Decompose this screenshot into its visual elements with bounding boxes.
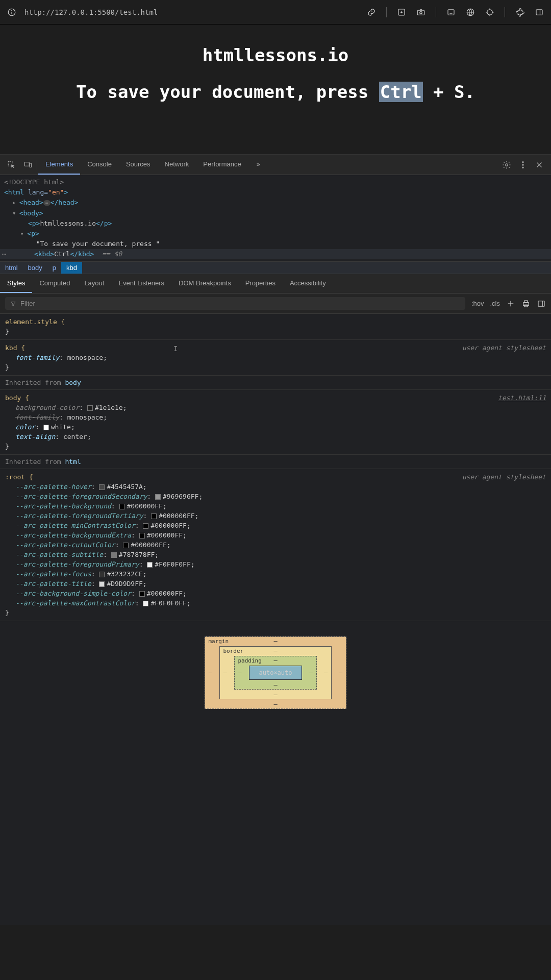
download-icon[interactable] bbox=[397, 8, 406, 17]
css-prop-color[interactable]: color: white; bbox=[5, 422, 546, 432]
plus-icon[interactable] bbox=[506, 299, 515, 308]
camera-icon[interactable] bbox=[416, 8, 425, 17]
styles-tab-layout[interactable]: Layout bbox=[77, 274, 111, 293]
crumb-body[interactable]: body bbox=[23, 262, 47, 274]
svg-point-21 bbox=[522, 167, 523, 168]
css-var-arc-palette-foregroundSecondary[interactable]: --arc-palette-foregroundSecondary: #9696… bbox=[5, 492, 546, 501]
text-cursor-icon: I bbox=[173, 344, 178, 354]
box-margin[interactable]: margin – – – – border – – – – padding – … bbox=[205, 636, 346, 709]
css-rules: element.style { } user agent stylesheet … bbox=[0, 314, 551, 621]
box-border[interactable]: border – – – – padding – – – – auto×auto bbox=[219, 646, 331, 699]
link-icon[interactable] bbox=[367, 8, 376, 17]
css-prop-text-align[interactable]: text-align: center; bbox=[5, 432, 546, 442]
rule-source[interactable]: user agent stylesheet bbox=[462, 472, 546, 482]
cls-button[interactable]: .cls bbox=[490, 300, 500, 307]
css-var-arc-palette-cutoutColor[interactable]: --arc-palette-cutoutColor: #000000FF; bbox=[5, 540, 546, 550]
svg-point-2 bbox=[12, 10, 12, 11]
styles-tab-properties[interactable]: Properties bbox=[238, 274, 283, 293]
svg-point-8 bbox=[487, 9, 493, 15]
globe-icon[interactable] bbox=[466, 8, 475, 17]
rule-element-style[interactable]: element.style { } bbox=[0, 314, 551, 340]
box-padding[interactable]: padding – – – – auto×auto bbox=[234, 656, 316, 690]
svg-rect-17 bbox=[30, 163, 32, 167]
crosshair-icon[interactable] bbox=[485, 8, 494, 17]
styles-tab-styles[interactable]: Styles bbox=[0, 274, 32, 293]
css-var-arc-palette-foregroundPrimary[interactable]: --arc-palette-foregroundPrimary: #F0F0F0… bbox=[5, 559, 546, 569]
css-var-arc-background-simple-color[interactable]: --arc-background-simple-color: #000000FF… bbox=[5, 589, 546, 598]
crumb-kbd[interactable]: kbd bbox=[61, 262, 82, 274]
inherited-link-html[interactable]: html bbox=[65, 458, 81, 465]
css-var-arc-palette-foregroundTertiary[interactable]: --arc-palette-foregroundTertiary: #00000… bbox=[5, 511, 546, 521]
browser-url-bar: http://127.0.0.1:5500/test.html bbox=[0, 0, 551, 24]
panel-toggle-icon[interactable] bbox=[537, 299, 546, 308]
tab-sources[interactable]: Sources bbox=[119, 155, 158, 175]
css-var-arc-palette-subtitle[interactable]: --arc-palette-subtitle: #787878FF; bbox=[5, 550, 546, 559]
crumb-html[interactable]: html bbox=[0, 262, 23, 274]
css-var-arc-palette-title[interactable]: --arc-palette-title: #D9D9D9FF; bbox=[5, 579, 546, 589]
dom-tree[interactable]: <!DOCTYPE html> <html lang="en"> ▸<head>… bbox=[0, 175, 551, 261]
tab-network[interactable]: Network bbox=[158, 155, 196, 175]
svg-rect-16 bbox=[24, 162, 29, 166]
styles-tabs: StylesComputedLayoutEvent ListenersDOM B… bbox=[0, 274, 551, 293]
rendered-page: htmllessons.io To save your document, pr… bbox=[0, 24, 551, 154]
svg-point-19 bbox=[522, 161, 523, 162]
styles-tab-dom-breakpoints[interactable]: DOM Breakpoints bbox=[171, 274, 238, 293]
kebab-icon[interactable] bbox=[518, 160, 528, 169]
styles-tab-event-listeners[interactable]: Event Listeners bbox=[111, 274, 171, 293]
extensions-icon[interactable] bbox=[515, 8, 524, 17]
tab-console[interactable]: Console bbox=[80, 155, 119, 175]
crumb-p[interactable]: p bbox=[47, 262, 61, 274]
svg-point-20 bbox=[522, 164, 523, 165]
styles-tab-accessibility[interactable]: Accessibility bbox=[283, 274, 333, 293]
dom-p2-open[interactable]: ▾<p> bbox=[4, 229, 547, 239]
info-icon[interactable] bbox=[7, 8, 16, 17]
styles-filter-row: Filter :hov .cls bbox=[0, 293, 551, 314]
box-content[interactable]: auto×auto bbox=[249, 666, 302, 680]
css-var-arc-palette-hover[interactable]: --arc-palette-hover: #4545457A; bbox=[5, 482, 546, 492]
print-icon[interactable] bbox=[521, 299, 531, 308]
css-prop-font-family[interactable]: font-family: monospace; bbox=[5, 412, 546, 422]
css-var-arc-palette-minContrastColor[interactable]: --arc-palette-minContrastColor: #000000F… bbox=[5, 521, 546, 530]
css-var-arc-palette-maxContrastColor[interactable]: --arc-palette-maxContrastColor: #F0F0F0F… bbox=[5, 598, 546, 608]
rule-source[interactable]: test.html:11 bbox=[498, 393, 546, 403]
inherited-link-body[interactable]: body bbox=[65, 379, 81, 386]
styles-tab-computed[interactable]: Computed bbox=[32, 274, 77, 293]
sidebar-icon[interactable] bbox=[535, 8, 544, 17]
svg-rect-29 bbox=[538, 301, 544, 306]
css-prop-background-color[interactable]: background-color: #1e1e1e; bbox=[5, 403, 546, 412]
url-text[interactable]: http://127.0.0.1:5500/test.html bbox=[24, 8, 158, 16]
svg-rect-4 bbox=[417, 10, 424, 15]
svg-rect-27 bbox=[524, 301, 528, 303]
tab-more[interactable]: » bbox=[249, 155, 267, 175]
device-icon[interactable] bbox=[23, 160, 33, 169]
box-model: margin – – – – border – – – – padding – … bbox=[0, 621, 551, 734]
css-var-arc-palette-backgroundExtra[interactable]: --arc-palette-backgroundExtra: #000000FF… bbox=[5, 530, 546, 540]
tab-performance[interactable]: Performance bbox=[196, 155, 248, 175]
dom-body-open[interactable]: ▾<body> bbox=[4, 208, 547, 218]
hov-button[interactable]: :hov bbox=[471, 300, 484, 307]
close-icon[interactable] bbox=[535, 160, 544, 169]
rule-body[interactable]: test.html:11 body { background-color: #1… bbox=[0, 390, 551, 455]
kbd-highlight: Ctrl bbox=[379, 82, 423, 102]
tray-icon[interactable] bbox=[446, 8, 456, 17]
dom-p1[interactable]: <p>htmllessons.io</p> bbox=[4, 218, 547, 229]
rule-root[interactable]: user agent stylesheet :root { --arc-pale… bbox=[0, 469, 551, 621]
css-var-arc-palette-focus[interactable]: --arc-palette-focus: #323232CE; bbox=[5, 569, 546, 579]
instruction-suffix: + S. bbox=[423, 82, 475, 102]
devtools-tabs: ElementsConsoleSourcesNetworkPerformance… bbox=[0, 155, 551, 175]
rule-kbd[interactable]: user agent stylesheet kbd { font-family:… bbox=[0, 340, 551, 376]
rule-source[interactable]: user agent stylesheet bbox=[462, 343, 546, 353]
filter-input[interactable]: Filter bbox=[5, 297, 465, 310]
gear-icon[interactable] bbox=[502, 160, 511, 169]
dom-p2-text[interactable]: "To save your document, press " bbox=[4, 239, 547, 249]
css-var-arc-palette-background[interactable]: --arc-palette-background: #000000FF; bbox=[5, 501, 546, 511]
dom-head[interactable]: ▸<head>⋯</head> bbox=[4, 198, 547, 208]
inherited-from-html: Inherited from html bbox=[0, 455, 551, 469]
dom-html-open[interactable]: <html lang="en"> bbox=[4, 187, 547, 198]
tab-elements[interactable]: Elements bbox=[38, 155, 80, 175]
inspect-icon[interactable] bbox=[7, 160, 16, 169]
dom-doctype[interactable]: <!DOCTYPE html> bbox=[4, 177, 547, 187]
dom-kbd-selected[interactable]: <kbd>Ctrl</kbd> == $0 bbox=[0, 249, 551, 259]
divider bbox=[37, 160, 37, 170]
inherited-from-body: Inherited from body bbox=[0, 376, 551, 390]
